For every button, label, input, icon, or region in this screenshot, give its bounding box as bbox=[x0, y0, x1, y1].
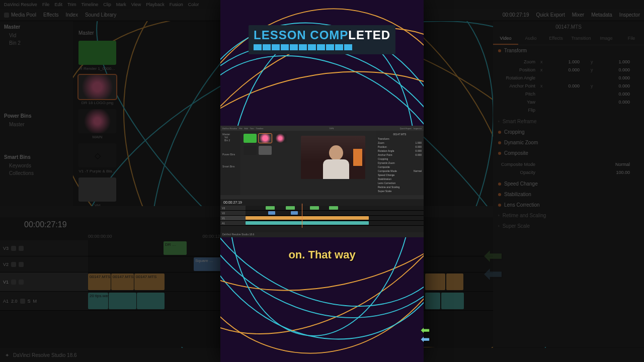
lesson-text-1: LESSON COMP bbox=[254, 28, 348, 42]
mini-menubar: DaVinci ResolveFileEditTrimTimeline TIPS… bbox=[220, 126, 424, 131]
index-toggle[interactable]: Index bbox=[65, 12, 77, 18]
clip[interactable] bbox=[425, 293, 440, 309]
menu-edit[interactable]: Edit bbox=[54, 2, 62, 7]
menu-trim[interactable]: Trim bbox=[67, 2, 76, 7]
inspector-composite[interactable]: Composite bbox=[493, 148, 644, 158]
arrow-blue-icon: ⬅ bbox=[421, 335, 430, 344]
quick-export-button[interactable]: Quick Export bbox=[536, 12, 565, 18]
clip[interactable]: DR … bbox=[164, 241, 187, 255]
menu-playback[interactable]: Playback bbox=[146, 2, 165, 7]
clip[interactable] bbox=[446, 274, 463, 290]
inspector-retime[interactable]: ›Retime and Scaling bbox=[493, 210, 644, 221]
inspector-stab[interactable]: Stabilization bbox=[493, 189, 644, 200]
sound-library-toggle[interactable]: Sound Library bbox=[85, 12, 116, 18]
mini-viewer bbox=[301, 136, 365, 179]
bin2-bin[interactable]: Bin 2 bbox=[4, 39, 69, 47]
power-bins[interactable]: Power Bins bbox=[4, 113, 69, 119]
inspector-super[interactable]: ›Super Scale bbox=[493, 221, 644, 231]
menu-color[interactable]: Color bbox=[188, 2, 199, 7]
effects-toggle[interactable]: Effects bbox=[43, 12, 58, 18]
inspector-transform[interactable]: Transform bbox=[493, 45, 644, 56]
media-thumb[interactable]: MAIN bbox=[78, 109, 116, 139]
menu-mark[interactable]: Mark bbox=[116, 2, 126, 7]
timecode-right: 00:00:27:19 bbox=[503, 12, 529, 18]
mini-status-bar: DaVinci Resolve Studio 18.6 bbox=[220, 232, 424, 237]
media-thumb[interactable]: R Render 1_0000… bbox=[78, 41, 116, 71]
mini-bins: MasterVidBin 2 Power Bins Smart Bins bbox=[220, 131, 240, 195]
inspector-clip-name: 00147.MTS bbox=[493, 21, 644, 33]
zoom-x-input[interactable]: 1.000 bbox=[545, 59, 589, 64]
inspector-tab-effects[interactable]: Effects bbox=[543, 33, 569, 45]
menu-timeline[interactable]: Timeline bbox=[82, 2, 99, 7]
caption-text: on. That way bbox=[288, 248, 355, 261]
opacity-input[interactable]: 100.00 bbox=[538, 170, 639, 175]
inspector-tab-image[interactable]: Image bbox=[594, 33, 619, 45]
inspector-speed[interactable]: Speed Change bbox=[493, 178, 644, 189]
inspector-tab-video[interactable]: Video bbox=[493, 33, 518, 45]
inspector-panel: 00147.MTS Video Audio Effects Transition… bbox=[493, 21, 644, 347]
smart-bins[interactable]: Smart Bins bbox=[4, 154, 69, 160]
clip[interactable] bbox=[109, 293, 136, 309]
status-logo-icon: ✦ bbox=[5, 352, 9, 358]
inspector-tab-audio[interactable]: Audio bbox=[518, 33, 543, 45]
clip[interactable]: 00147.MTS bbox=[88, 274, 111, 290]
clip[interactable] bbox=[137, 293, 165, 309]
anchor-y-input[interactable]: 0.000 bbox=[595, 83, 639, 88]
inspector-toggle[interactable]: Inspector bbox=[619, 12, 640, 18]
pos-y-input[interactable]: 0.000 bbox=[595, 67, 639, 72]
progress-bar bbox=[254, 44, 390, 50]
clip[interactable]: 00147.MTS bbox=[134, 274, 165, 290]
mixer-toggle[interactable]: Mixer bbox=[572, 12, 584, 18]
pitch-input[interactable]: 0.000 bbox=[538, 92, 639, 97]
app-name: DaVinci Resolve Studio 18.6 bbox=[13, 352, 77, 358]
menu-app[interactable]: DaVinci Resolve bbox=[4, 2, 37, 7]
lesson-banner: LESSON COMPLETED bbox=[249, 25, 395, 54]
smart-collections[interactable]: Collections bbox=[4, 169, 69, 177]
composite-mode-select[interactable]: Normal bbox=[538, 162, 639, 167]
center-video-overlay: LESSON COMPLETED DaVinci ResolveFileEdit… bbox=[220, 0, 424, 362]
power-master[interactable]: Master bbox=[4, 121, 69, 128]
zoom-y-input[interactable]: 1.000 bbox=[595, 59, 639, 64]
clip[interactable] bbox=[441, 293, 464, 309]
arrow-indicators: ⬅ ⬅ bbox=[421, 326, 430, 344]
pos-x-input[interactable]: 0.000 bbox=[545, 67, 589, 72]
media-thumb[interactable]: ◇V1 -T Purple & Bla… bbox=[78, 143, 116, 173]
inspector-lens[interactable]: Lens Correction bbox=[493, 200, 644, 210]
menu-file[interactable]: File bbox=[42, 2, 50, 7]
media-thumb[interactable]: Vid bbox=[78, 177, 116, 208]
vid-bin[interactable]: Vid bbox=[4, 32, 69, 39]
mini-inspector: 00147.MTS Transform Zoom1.000 Position0.… bbox=[376, 131, 424, 195]
media-thumb[interactable]: DR 18 LOGO.png bbox=[78, 75, 116, 105]
clip[interactable]: Square … bbox=[194, 257, 224, 271]
clip[interactable]: 00147.MTS bbox=[111, 274, 134, 290]
inspector-tab-file[interactable]: File bbox=[619, 33, 644, 45]
smart-keywords[interactable]: Keywords bbox=[4, 162, 69, 169]
media-pool-toggle[interactable]: Media Pool bbox=[4, 12, 36, 18]
menu-view[interactable]: View bbox=[131, 2, 141, 7]
mini-timeline: 00:00:27:19 V3 V2 V1 A1 bbox=[220, 195, 424, 232]
media-pool-header: Master bbox=[75, 28, 156, 38]
inspector-tab-transition[interactable]: Transition bbox=[569, 33, 594, 45]
clip[interactable] bbox=[425, 274, 445, 290]
clip[interactable]: 20 tips.wav bbox=[88, 293, 108, 309]
rotation-input[interactable]: 0.000 bbox=[538, 75, 639, 80]
media-pool: Master R Render 1_0000… DR 18 LOGO.png M… bbox=[75, 28, 156, 114]
metadata-toggle[interactable]: Metadata bbox=[591, 12, 612, 18]
inspector-cropping[interactable]: Cropping bbox=[493, 127, 644, 137]
yaw-input[interactable]: 0.000 bbox=[538, 100, 639, 105]
master-bin[interactable]: Master bbox=[4, 24, 69, 30]
mini-editor: DaVinci ResolveFileEditTrimTimeline TIPS… bbox=[220, 126, 424, 237]
menu-clip[interactable]: Clip bbox=[103, 2, 111, 7]
menu-fusion[interactable]: Fusion bbox=[170, 2, 183, 7]
lesson-text-2: LETED bbox=[348, 28, 390, 42]
inspector-dynzoom[interactable]: Dynamic Zoom bbox=[493, 137, 644, 148]
anchor-x-input[interactable]: 0.000 bbox=[545, 83, 589, 88]
inspector-smartreframe[interactable]: ›Smart Reframe bbox=[493, 116, 644, 127]
